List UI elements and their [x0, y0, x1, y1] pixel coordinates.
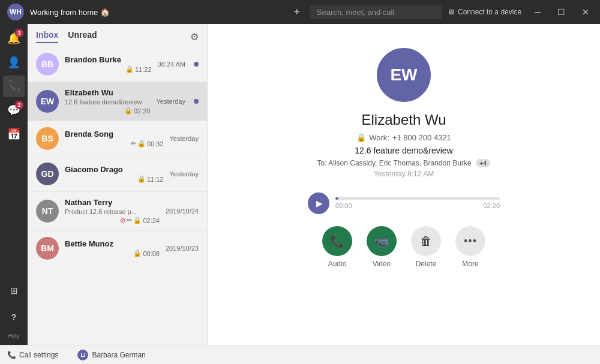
user-avatar: WH — [7, 4, 24, 20]
contact-duration: 🔒 02:20 — [65, 107, 150, 115]
titlebar-title: Working from home 🏠 — [30, 8, 284, 17]
help-icon: ? — [11, 312, 17, 322]
sidebar-item-activity[interactable]: 🔔 3 — [3, 28, 25, 49]
contact-time: 08:24 AM — [158, 61, 185, 68]
contact-item-brenda[interactable]: BS Brenda Song ✏ 🔒 00:32 Yesterday — [28, 121, 207, 157]
contact-time: 2019/10/24 — [166, 207, 199, 215]
video-circle: 📹 — [367, 226, 397, 256]
play-button[interactable]: ▶ — [308, 192, 329, 214]
contact-duration: ✏ 🔒 00:32 — [65, 140, 163, 148]
video-icon: 📹 — [374, 234, 389, 248]
user-status-badge: LI — [77, 350, 88, 360]
unread-indicator — [194, 62, 199, 67]
contacts-panel: Inbox Unread ⚙ BB Brandon Burke 🔒 11:22 … — [28, 24, 208, 345]
detail-phone: 🔒 Work: +1 800 200 4321 — [356, 133, 451, 142]
avatar-giacomo: GD — [36, 163, 59, 185]
contact-time: Yesterday — [156, 98, 185, 105]
detail-to: To: Alison Cassidy, Eric Thomas, Brandon… — [317, 159, 491, 167]
contact-item-bettie[interactable]: BM Bettie Munoz 🔒 00:08 2019/10/23 — [28, 231, 207, 266]
time-end: 02:20 — [483, 202, 500, 209]
detail-avatar: EW — [377, 48, 431, 102]
close-button[interactable]: ✕ — [578, 7, 593, 17]
track-times: 00:00 02:20 — [335, 202, 500, 209]
contact-name: Brandon Burke — [65, 55, 152, 64]
contact-duration: 🔒 00:08 — [65, 249, 160, 257]
tab-inbox[interactable]: Inbox — [36, 30, 58, 43]
detail-timestamp: Yesterday 8:12 AM — [374, 170, 434, 178]
maximize-button[interactable]: ☐ — [554, 7, 569, 17]
add-button[interactable]: + — [290, 6, 304, 19]
to-more-chip: +4 — [476, 159, 491, 167]
tab-container: Inbox Unread — [36, 30, 97, 43]
contact-duration: 🔒 11:22 — [65, 65, 152, 73]
connect-device-button[interactable]: 🖥 Connect to a device — [448, 8, 521, 16]
contact-right: Yesterday — [169, 170, 199, 178]
more-icon: ••• — [464, 235, 477, 248]
monitor-icon: 🖥 — [448, 8, 455, 16]
unread-indicator — [194, 99, 199, 104]
detail-name: Elizabeth Wu — [362, 112, 446, 128]
statusbar: 📞 Call settings LI Barbara German — [0, 345, 600, 364]
track-bar[interactable] — [335, 197, 500, 200]
help-label: Help — [8, 333, 20, 339]
contact-sub: 12.6 feature demo&review — [65, 98, 150, 106]
sidebar-item-help[interactable]: ? — [3, 306, 25, 328]
minimize-button[interactable]: ─ — [531, 7, 544, 17]
titlebar: WH Working from home 🏠 + 🖥 Connect to a … — [0, 0, 600, 24]
delete-label: Delete — [416, 260, 437, 268]
avatar-nathan: NT — [36, 200, 59, 222]
apps-icon: ⊞ — [10, 285, 18, 296]
more-label: More — [462, 260, 478, 268]
time-start: 00:00 — [335, 202, 352, 209]
audio-call-button[interactable]: 📞 Audio — [322, 226, 352, 268]
contact-duration: ⊘ ✏ 🔒 02:24 — [65, 216, 160, 224]
contact-name: Giacomo Drago — [65, 165, 163, 174]
contact-item-elizabeth[interactable]: EW Elizabeth Wu 12.6 feature demo&review… — [28, 82, 207, 121]
audio-circle: 📞 — [322, 226, 352, 256]
video-call-button[interactable]: 📹 Video — [367, 226, 397, 268]
activity-badge: 3 — [15, 29, 23, 37]
contact-name: Bettie Munoz — [65, 239, 160, 248]
call-settings-button[interactable]: 📞 Call settings — [7, 351, 58, 359]
player-track[interactable]: 00:00 02:20 — [335, 197, 500, 209]
avatar-brandon: BB — [36, 53, 59, 76]
audio-player: ▶ 00:00 02:20 — [308, 192, 500, 214]
contact-right: 2019/10/24 — [166, 207, 199, 215]
avatar-elizabeth: EW — [36, 90, 59, 113]
current-user: LI Barbara German — [77, 350, 145, 360]
calls-icon: 📞 — [7, 80, 20, 93]
avatar-brenda: BS — [36, 127, 59, 150]
more-button[interactable]: ••• More — [455, 226, 485, 268]
contact-info-brenda: Brenda Song ✏ 🔒 00:32 — [65, 130, 163, 148]
avatar-bettie: BM — [36, 237, 59, 260]
chat-badge: 2 — [15, 101, 23, 109]
lock-icon: 🔒 — [356, 133, 366, 142]
detail-panel: EW Elizabeth Wu 🔒 Work: +1 800 200 4321 … — [208, 24, 600, 345]
contact-name: Elizabeth Wu — [65, 88, 150, 97]
trash-icon: 🗑 — [420, 234, 432, 248]
lock-icon: 🔒 — [133, 216, 142, 224]
contact-item-brandon[interactable]: BB Brandon Burke 🔒 11:22 08:24 AM — [28, 47, 207, 82]
filter-icon[interactable]: ⚙ — [190, 31, 199, 43]
user-name: Barbara German — [92, 351, 145, 359]
contact-right: Yesterday — [156, 98, 185, 105]
sidebar-item-contacts[interactable]: 👤 — [3, 52, 25, 73]
calendar-icon: 📅 — [7, 128, 20, 141]
contact-item-giacomo[interactable]: GD Giacomo Drago 🔒 11:12 Yesterday — [28, 157, 207, 192]
contact-info-giacomo: Giacomo Drago 🔒 11:12 — [65, 165, 163, 183]
search-input[interactable] — [310, 5, 442, 19]
audio-label: Audio — [328, 260, 347, 268]
sidebar-item-chat[interactable]: 💬 2 — [3, 100, 25, 121]
contact-sub: Product 12.6 release p... — [65, 208, 160, 215]
tab-unread[interactable]: Unread — [68, 30, 97, 43]
contact-right: 08:24 AM — [158, 61, 185, 68]
lock-icon: 🔒 — [133, 249, 142, 257]
delete-button[interactable]: 🗑 Delete — [411, 226, 441, 268]
sidebar-item-calendar[interactable]: 📅 — [3, 124, 25, 145]
sidebar-item-calls[interactable]: 📞 — [3, 76, 25, 97]
sidebar-item-apps[interactable]: ⊞ — [3, 280, 25, 302]
pen-icon: ✏ — [127, 216, 132, 224]
contact-right: 2019/10/23 — [166, 245, 199, 252]
contact-item-nathan[interactable]: NT Nathan Terry Product 12.6 release p..… — [28, 192, 207, 231]
contact-info-nathan: Nathan Terry Product 12.6 release p... ⊘… — [65, 198, 160, 224]
